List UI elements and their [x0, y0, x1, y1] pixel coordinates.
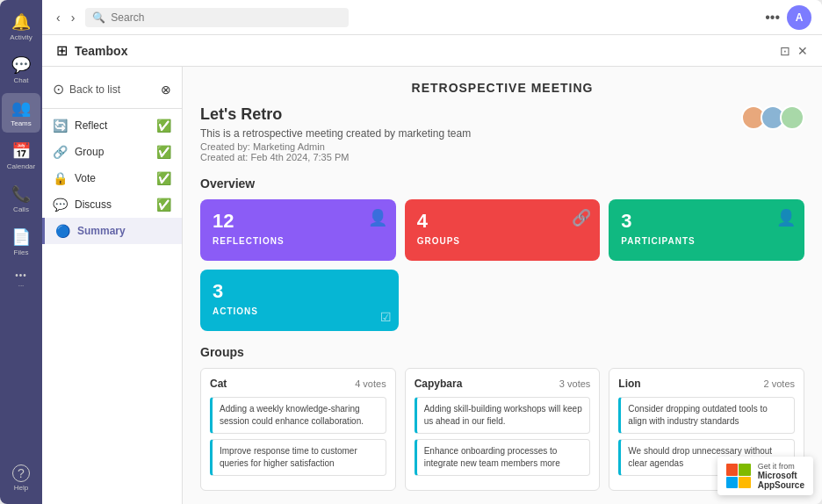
summary-icon: 🔵	[55, 224, 70, 238]
teams-icon: 👥	[11, 98, 31, 118]
group-card-text-capybara-1: Enhance onboarding processes to integrat…	[424, 445, 583, 470]
main-area: ‹ › 🔍 ••• A ⊞ Teambox ⊡ ✕	[42, 0, 822, 504]
group-card-cat-0: Adding a weekly knowledge-sharing sessio…	[210, 397, 386, 434]
overview-grid: 12 REFLECTIONS 👤 4 GROUPS 🔗 3 PARTICIPAN…	[200, 199, 804, 261]
help-icon: ?	[12, 464, 30, 482]
vote-label: Vote	[75, 172, 149, 184]
participants-label: PARTICIPANTS	[621, 236, 792, 246]
appsource-badge[interactable]: Get it from Microsoft AppSource	[717, 457, 813, 495]
discuss-label: Discuss	[75, 198, 149, 211]
group-name-cat: Cat	[210, 378, 227, 390]
rail-item-activity[interactable]: 🔔 Activity	[2, 7, 40, 47]
content-area: ⊙ Back to list ⊗ 🔄 Reflect ✅ 🔗 Group ✅ 🔒	[42, 67, 822, 504]
group-col-capybara: Capybara 3 votes Adding skill-building w…	[405, 368, 601, 491]
back-label: Back to list	[69, 83, 120, 96]
sidebar-item-discuss[interactable]: 💬 Discuss ✅	[42, 191, 182, 218]
files-icon: 📄	[11, 227, 31, 247]
group-votes-cat: 4 votes	[355, 378, 386, 389]
group-icon: 🔗	[53, 145, 68, 159]
meeting-description: This is a retrospective meeting created …	[200, 127, 471, 140]
calendar-icon: 📅	[11, 141, 31, 161]
groups-label: GROUPS	[417, 236, 588, 246]
group-card-lion-0: Consider dropping outdated tools to alig…	[618, 397, 795, 434]
group-header-capybara: Capybara 3 votes	[415, 378, 591, 390]
actions-card[interactable]: 3 ACTIONS ☑	[200, 270, 399, 331]
app-header: ⊞ Teambox ⊡ ✕	[42, 35, 822, 67]
group-col-cat: Cat 4 votes Adding a weekly knowledge-sh…	[200, 368, 396, 491]
nav-arrows: ‹ ›	[53, 9, 78, 26]
sidebar: ⊙ Back to list ⊗ 🔄 Reflect ✅ 🔗 Group ✅ 🔒	[42, 67, 183, 504]
groups-section-title: Groups	[200, 345, 804, 359]
rail-label-calendar: Calendar	[7, 162, 35, 170]
search-box: 🔍	[85, 8, 349, 27]
rail-label-chat: Chat	[14, 76, 29, 84]
sidebar-item-summary[interactable]: 🔵 Summary	[42, 218, 182, 244]
group-header-lion: Lion 2 votes	[618, 378, 795, 390]
title-bar: ‹ › 🔍 ••• A	[42, 0, 822, 35]
discuss-check-icon: ✅	[156, 198, 171, 212]
app-title: Teambox	[75, 44, 127, 58]
meeting-name: Let's Retro	[200, 105, 471, 124]
rail-item-chat[interactable]: 💬 Chat	[2, 50, 40, 90]
actions-label: ACTIONS	[213, 306, 386, 316]
user-avatar[interactable]: A	[787, 5, 811, 30]
chat-icon: 💬	[11, 55, 31, 75]
back-arrow-icon: ⊗	[161, 83, 171, 97]
participants-card[interactable]: 3 PARTICIPANTS 👤	[609, 199, 804, 261]
rail-item-teams[interactable]: 👥 Teams	[2, 93, 40, 133]
sidebar-item-vote[interactable]: 🔒 Vote ✅	[42, 165, 182, 191]
rail-label-calls: Calls	[13, 205, 29, 213]
appsource-text: Get it from Microsoft AppSource	[758, 462, 804, 490]
title-bar-right: ••• A	[765, 5, 811, 30]
close-button[interactable]: ✕	[797, 44, 808, 58]
participants-avatars	[741, 105, 804, 130]
group-check-icon: ✅	[156, 145, 171, 159]
sidebar-item-reflect[interactable]: 🔄 Reflect ✅	[42, 112, 182, 139]
group-card-capybara-0: Adding skill-building workshops will kee…	[415, 397, 591, 434]
rail-item-calendar[interactable]: 📅 Calendar	[2, 136, 40, 176]
groups-grid: Cat 4 votes Adding a weekly knowledge-sh…	[200, 368, 804, 491]
participant-avatar-3	[780, 105, 804, 130]
overview-row2: 3 ACTIONS ☑	[200, 270, 804, 331]
more-options-button[interactable]: •••	[765, 10, 780, 25]
group-card-text-capybara-0: Adding skill-building workshops will kee…	[424, 403, 583, 428]
rail-item-more[interactable]: ••• ···	[2, 265, 40, 295]
activity-icon: 🔔	[11, 12, 31, 32]
reflections-label: REFLECTIONS	[213, 236, 384, 246]
discuss-icon: 💬	[53, 198, 68, 212]
sidebar-divider	[42, 108, 182, 109]
reflect-label: Reflect	[75, 119, 149, 132]
vote-icon: 🔒	[53, 171, 68, 185]
group-votes-lion: 2 votes	[764, 378, 795, 389]
group-card-text-lion-0: Consider dropping outdated tools to alig…	[628, 403, 787, 428]
back-to-list-button[interactable]: ⊙ Back to list ⊗	[42, 74, 182, 104]
sidebar-item-group[interactable]: 🔗 Group ✅	[42, 139, 182, 165]
left-rail: 🔔 Activity 💬 Chat 👥 Teams 📅 Calendar 📞 C…	[0, 0, 42, 504]
rail-label-more: ···	[18, 282, 25, 290]
actions-count: 3	[213, 280, 386, 303]
group-card-cat-1: Improve response time to customer querie…	[210, 439, 386, 476]
summary-label: Summary	[77, 225, 171, 237]
overview-section-title: Overview	[200, 176, 804, 191]
popout-button[interactable]: ⊡	[780, 44, 790, 58]
actions-icon: ☑	[380, 310, 392, 324]
meeting-created-by: Created by: Marketing Admin	[200, 141, 471, 152]
rail-item-calls[interactable]: 📞 Calls	[2, 179, 40, 219]
forward-button[interactable]: ›	[68, 9, 79, 26]
group-header-cat: Cat 4 votes	[210, 378, 386, 390]
search-input[interactable]	[111, 11, 342, 24]
appsource-brand-label: Microsoft AppSource	[758, 471, 804, 490]
actions-empty	[407, 270, 804, 331]
group-name-capybara: Capybara	[415, 378, 463, 390]
groups-card[interactable]: 4 GROUPS 🔗	[405, 199, 601, 261]
reflections-card[interactable]: 12 REFLECTIONS 👤	[200, 199, 396, 261]
rail-label-files: Files	[14, 248, 29, 256]
reflections-count: 12	[213, 210, 384, 233]
group-card-text-cat-1: Improve response time to customer querie…	[220, 445, 379, 470]
back-button[interactable]: ‹	[53, 9, 64, 26]
rail-item-files[interactable]: 📄 Files	[2, 222, 40, 262]
rail-item-help[interactable]: ? Help	[2, 459, 40, 497]
group-card-text-cat-0: Adding a weekly knowledge-sharing sessio…	[220, 403, 379, 428]
teambox-icon: ⊞	[56, 42, 68, 59]
app-header-icons: ⊡ ✕	[780, 44, 808, 58]
